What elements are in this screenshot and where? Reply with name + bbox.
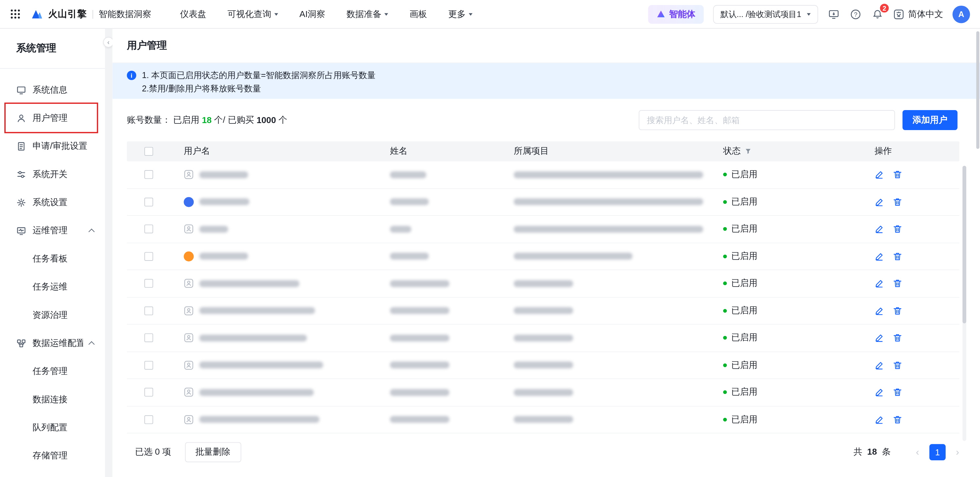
info-banner-text: 1. 本页面已启用状态的用户数量=智能数据洞察所占用账号数量 2.禁用/删除用户…	[142, 69, 375, 99]
sidebar-item-settings[interactable]: 系统设置	[0, 188, 105, 216]
sidebar-sub-item-13[interactable]: 存储管理	[0, 442, 105, 470]
header-project: 所属项目	[509, 146, 719, 157]
chevron-down-icon	[469, 13, 473, 18]
table-row-7: 已启用	[127, 352, 960, 379]
info-icon: i	[127, 71, 136, 80]
sidebar-sub-item-10[interactable]: 任务管理	[0, 357, 105, 385]
prev-page-icon[interactable]: ‹	[909, 444, 926, 460]
delete-icon[interactable]	[892, 279, 903, 289]
edit-icon[interactable]	[874, 360, 885, 370]
sidebar-item-system-info[interactable]: 系统信息	[0, 76, 105, 104]
brand-divider	[93, 10, 93, 18]
sidebar-sub-item-8[interactable]: 资源治理	[0, 301, 105, 329]
enabled-count: 18	[202, 115, 212, 125]
edit-icon[interactable]	[874, 387, 885, 397]
sidebar-sub-item-12[interactable]: 队列配置	[0, 413, 105, 441]
project-select[interactable]: 默认... /验收测试项目1	[713, 5, 818, 23]
delete-icon[interactable]	[892, 251, 903, 261]
row-checkbox[interactable]	[144, 170, 153, 179]
agent-icon	[656, 10, 665, 19]
row-checkbox[interactable]	[144, 225, 153, 233]
redacted-name	[390, 416, 449, 423]
redacted-project	[514, 225, 703, 233]
delete-icon[interactable]	[892, 170, 903, 180]
status-label: 已启用	[731, 223, 758, 235]
sidebar-item-ops[interactable]: 运维管理	[0, 217, 105, 244]
help-icon[interactable]: ?	[850, 8, 862, 20]
user-avatar[interactable]: A	[953, 5, 970, 23]
delete-icon[interactable]	[892, 306, 903, 316]
edit-icon[interactable]	[874, 415, 885, 424]
table-row-8: 已启用	[127, 379, 960, 406]
status-dot	[723, 200, 727, 204]
status-label: 已启用	[731, 169, 758, 180]
edit-icon[interactable]	[874, 224, 885, 234]
search-input[interactable]	[639, 110, 895, 130]
sidebar-item-label: 数据运维配置	[33, 338, 83, 349]
table-scrollbar-track[interactable]	[963, 166, 966, 441]
add-user-button[interactable]: 添加用户	[903, 110, 958, 130]
brand-group: 火山引擎 智能数据洞察	[10, 7, 151, 21]
edit-icon[interactable]	[874, 279, 885, 289]
row-checkbox[interactable]	[144, 279, 153, 288]
sidebar-sub-item-6[interactable]: 任务看板	[0, 244, 105, 273]
filter-funnel-icon[interactable]	[745, 148, 752, 155]
account-label: 账号数量：	[127, 115, 171, 126]
delete-icon[interactable]	[892, 415, 903, 424]
settings-icon	[16, 198, 26, 207]
delete-icon[interactable]	[892, 224, 903, 234]
sidebar-sub-item-7[interactable]: 任务运维	[0, 273, 105, 301]
sidebar-item-switch[interactable]: 系统开关	[0, 160, 105, 188]
purchased-unit: 个	[278, 115, 287, 126]
redacted-name	[390, 389, 449, 396]
app-window: 火山引擎 智能数据洞察 仪表盘可视化查询AI洞察数据准备画板更多 智能体 默认.…	[0, 0, 980, 477]
chevron-up-icon	[88, 228, 95, 235]
redacted-name	[390, 253, 429, 260]
row-checkbox[interactable]	[144, 306, 153, 315]
content-area: 用户管理 i 1. 本页面已启用状态的用户数量=智能数据洞察所占用账号数量 2.…	[113, 29, 980, 477]
desktop-client-icon[interactable]	[828, 8, 840, 20]
top-menu-item-1[interactable]: 可视化查询	[228, 8, 278, 20]
top-menu-item-4[interactable]: 画板	[410, 8, 427, 20]
row-checkbox[interactable]	[144, 415, 153, 424]
row-checkbox[interactable]	[144, 388, 153, 397]
notifications-bell-icon[interactable]: 2	[871, 8, 884, 20]
next-page-icon[interactable]: ›	[949, 444, 966, 460]
delete-icon[interactable]	[892, 360, 903, 370]
page-scrollbar-thumb[interactable]	[976, 31, 979, 149]
edit-icon[interactable]	[874, 197, 885, 207]
selected-suffix: 项	[162, 447, 171, 457]
top-menu-item-5[interactable]: 更多	[448, 8, 473, 20]
edit-icon[interactable]	[874, 306, 885, 316]
select-all-checkbox[interactable]	[144, 147, 153, 156]
table-scrollbar-thumb[interactable]	[963, 166, 966, 324]
apps-grid-icon[interactable]	[10, 8, 21, 20]
row-checkbox[interactable]	[144, 333, 153, 342]
sidebar-sub-item-11[interactable]: 数据连接	[0, 385, 105, 413]
edit-icon[interactable]	[874, 251, 885, 261]
agent-button[interactable]: 智能体	[648, 5, 704, 23]
delete-icon[interactable]	[892, 387, 903, 397]
sidebar-item-approval[interactable]: 申请/审批设置	[0, 132, 105, 160]
top-menu-item-3[interactable]: 数据准备	[346, 8, 388, 20]
top-menu-item-2[interactable]: AI洞察	[299, 8, 325, 20]
language-switcher[interactable]: 简体中文	[893, 8, 943, 20]
row-checkbox[interactable]	[144, 361, 153, 369]
edit-icon[interactable]	[874, 170, 885, 180]
sidebar-collapse-icon[interactable]: ‹	[103, 37, 114, 48]
table-row-1: 已启用	[127, 188, 960, 216]
sidebar-item-data-ops[interactable]: 数据运维配置	[0, 329, 105, 357]
batch-delete-button[interactable]: 批量删除	[185, 442, 241, 462]
row-checkbox[interactable]	[144, 198, 153, 206]
edit-icon[interactable]	[874, 333, 885, 343]
redacted-name	[390, 171, 426, 178]
redacted-username	[199, 280, 299, 287]
row-checkbox[interactable]	[144, 252, 153, 260]
current-page-button[interactable]: 1	[929, 444, 946, 460]
delete-icon[interactable]	[892, 333, 903, 343]
sidebar-item-user[interactable]: 用户管理	[0, 104, 105, 132]
redacted-username	[199, 362, 323, 369]
delete-icon[interactable]	[892, 197, 903, 207]
sidebar-menu: 系统信息用户管理申请/审批设置系统开关系统设置运维管理任务看板任务运维资源治理数…	[0, 69, 105, 470]
top-menu-item-0[interactable]: 仪表盘	[180, 8, 206, 20]
